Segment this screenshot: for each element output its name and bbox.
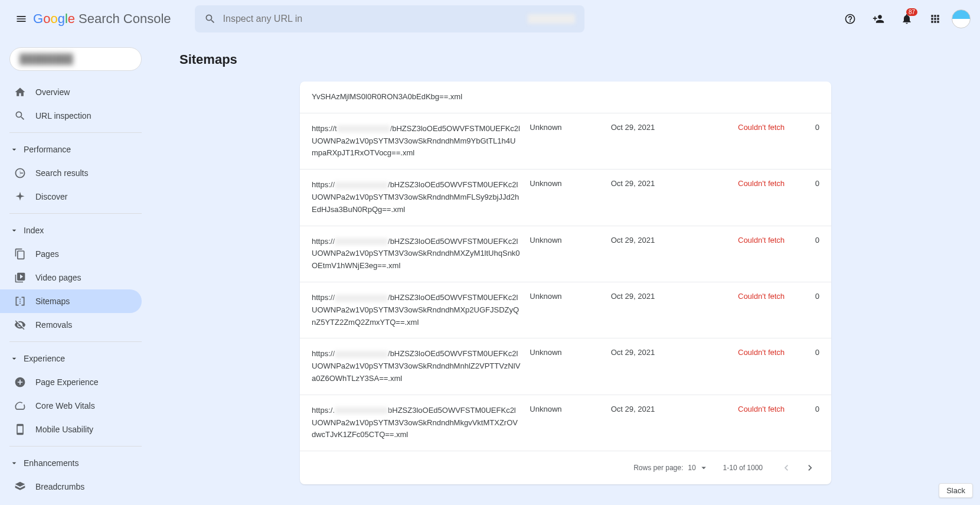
nav-section-index[interactable]: Index [0,219,151,242]
sparkle-icon [14,191,26,203]
nav-label: Discover [35,192,67,201]
cell-type: Unknown [530,179,610,188]
nav-section-label: Index [24,226,44,235]
google-logo: Google [33,11,75,27]
cell-status: Couldn't fetch [692,348,785,357]
property-selector[interactable]: ████████ [9,47,142,71]
help-icon [844,13,856,25]
nav-faq[interactable]: FAQ [0,499,142,505]
slack-chip[interactable]: Slack [939,483,973,498]
nav-section-label: Performance [24,145,71,154]
cell-sitemap-url: https:///bHZSZ3loOEd5OWVFSTM0UEFKc2lUOWN… [312,236,530,272]
nav-page-experience[interactable]: Page Experience [0,370,142,394]
nav-url-inspection[interactable]: URL inspection [0,104,142,128]
url-inspect-input[interactable] [223,14,528,24]
nav-sitemaps[interactable]: Sitemaps [0,289,142,313]
video-icon [14,272,26,284]
page-range: 1-10 of 1000 [723,464,763,472]
nav-label: Video pages [35,273,81,282]
sitemap-icon [14,295,26,307]
nav-search-results[interactable]: Search results [0,161,142,185]
table-row[interactable]: https:///bHZSZ3loOEd5OWVFSTM0UEFKc2lUOWN… [300,282,831,338]
help-button[interactable] [838,7,862,31]
search-domain-blur [528,14,575,24]
nav-mobile-usability[interactable]: Mobile Usability [0,418,142,441]
cell-submitted: Oct 29, 2021 [611,348,692,357]
rows-per-page-select[interactable]: 10 [688,462,708,473]
nav-label: Breadcrumbs [35,482,84,491]
url-inspect-search[interactable] [195,5,584,32]
cell-sitemap-url: YvSHAzMjlMS0l0R0RON3A0bEdKbg==.xml [312,91,530,103]
cell-status: Couldn't fetch [692,123,785,132]
nav-pages[interactable]: Pages [0,242,142,266]
divider [9,213,142,214]
table-row[interactable]: https:///bHZSZ3loOEd5OWVFSTM0UEFKc2lUOWN… [300,338,831,395]
rows-per-page-label: Rows per page: [633,464,683,472]
cell-type: Unknown [530,123,610,132]
cell-submitted: Oct 29, 2021 [611,292,692,301]
cell-sitemap-url: https://t/bHZSZ3loOEd5OWVFSTM0UEFKc2lUOW… [312,123,530,159]
nav-section-performance[interactable]: Performance [0,138,151,161]
table-row[interactable]: https:///bHZSZ3loOEd5OWVFSTM0UEFKc2lUOWN… [300,226,831,282]
cell-submitted: Oct 29, 2021 [611,179,692,188]
dropdown-icon [698,462,709,473]
cell-sitemap-url: https:///bHZSZ3loOEd5OWVFSTM0UEFKc2lUOWN… [312,348,530,385]
sitemaps-table: YvSHAzMjlMS0l0R0RON3A0bEdKbg==.xml https… [300,82,831,484]
cell-submitted: Oct 29, 2021 [611,405,692,413]
cell-type: Unknown [530,348,610,357]
nav-section-enhancements[interactable]: Enhancements [0,451,151,475]
chevron-down-icon [9,226,19,235]
nav-core-web-vitals[interactable]: Core Web Vitals [0,394,142,418]
cell-status: Couldn't fetch [692,179,785,188]
nav-label: Search results [35,168,88,178]
layers-icon [14,481,26,493]
search-icon [14,110,26,122]
notifications-button[interactable]: 87 [895,7,919,31]
cell-submitted: Oct 29, 2021 [611,123,692,132]
table-row[interactable]: https://t/bHZSZ3loOEd5OWVFSTM0UEFKc2lUOW… [300,113,831,170]
cell-discovered-urls: 0 [785,292,819,301]
speed-icon [14,400,26,412]
notification-badge: 87 [906,8,917,16]
apps-button[interactable] [923,7,947,31]
person-add-icon [873,13,884,25]
nav-breadcrumbs[interactable]: Breadcrumbs [0,475,142,499]
nav-section-experience[interactable]: Experience [0,347,151,370]
nav-label: Mobile Usability [35,425,93,434]
chevron-down-icon [9,145,19,154]
cell-status: Couldn't fetch [692,405,785,413]
account-avatar[interactable] [952,9,971,28]
cell-discovered-urls: 0 [785,405,819,413]
product-logo[interactable]: Google Search Console [33,11,171,27]
property-name-blur: ████████ [19,54,73,64]
table-row[interactable]: https:///bHZSZ3loOEd5OWVFSTM0UEFKc2lUOWN… [300,170,831,226]
chevron-left-icon [780,462,792,474]
users-button[interactable] [867,7,890,31]
table-row[interactable]: https:/.bHZSZ3loOEd5OWVFSTM0UEFKc2lUOWNP… [300,395,831,451]
chevron-down-icon [9,354,19,363]
nav-discover[interactable]: Discover [0,185,142,208]
cell-discovered-urls: 0 [785,236,819,245]
nav-label: Core Web Vitals [35,401,95,410]
hamburger-menu-button[interactable] [9,7,33,31]
cell-submitted: Oct 29, 2021 [611,236,692,245]
nav-overview[interactable]: Overview [0,80,142,104]
divider [9,132,142,133]
page-title: Sitemaps [179,52,952,67]
prev-page-button[interactable] [777,458,796,477]
home-icon [14,86,26,98]
product-name: Search Console [79,11,171,27]
cell-status: Couldn't fetch [692,292,785,301]
nav-video-pages[interactable]: Video pages [0,266,142,289]
nav-label: Overview [35,87,70,97]
nav-label: Page Experience [35,377,99,387]
nav-label: Removals [35,320,72,330]
table-row[interactable]: YvSHAzMjlMS0l0R0RON3A0bEdKbg==.xml [300,82,831,113]
cell-sitemap-url: https:/.bHZSZ3loOEd5OWVFSTM0UEFKc2lUOWNP… [312,405,530,441]
nav-removals[interactable]: Removals [0,313,142,337]
chevron-right-icon [804,462,816,474]
nav-label: Pages [35,249,59,259]
next-page-button[interactable] [801,458,819,477]
main-content: Sitemaps YvSHAzMjlMS0l0R0RON3A0bEdKbg==.… [151,38,980,505]
cell-type: Unknown [530,236,610,245]
